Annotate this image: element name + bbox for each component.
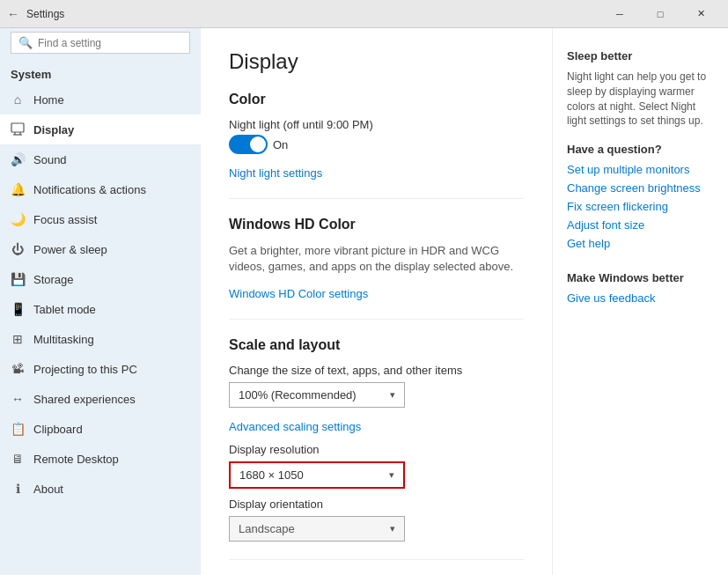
color-section-title: Color <box>229 92 524 107</box>
sidebar-item-display-label: Display <box>33 123 74 136</box>
night-light-row: Night light (off until 9:00 PM) <box>229 118 524 131</box>
sidebar-item-focus[interactable]: 🌙 Focus assist <box>0 204 201 234</box>
sidebar-item-storage[interactable]: 💾 Storage <box>0 264 201 294</box>
resolution-value: 1680 × 1050 <box>239 468 304 482</box>
sidebar-item-remote[interactable]: 🖥 Remote Desktop <box>0 444 201 474</box>
back-button[interactable]: ← <box>7 7 19 21</box>
svg-rect-0 <box>11 123 24 132</box>
sidebar-item-storage-label: Storage <box>33 273 74 286</box>
sidebar-item-notifications-label: Notifications & actions <box>33 183 146 196</box>
sidebar-item-shared-label: Shared experiences <box>33 393 136 406</box>
display-icon <box>11 122 25 136</box>
sidebar-item-projecting-label: Projecting to this PC <box>33 363 137 376</box>
tablet-icon: 📱 <box>11 302 25 316</box>
sidebar-item-home-label: Home <box>33 93 64 107</box>
content-wrapper: Display Color Night light (off until 9:0… <box>201 28 728 575</box>
sidebar-item-display[interactable]: Display <box>0 114 201 144</box>
close-button[interactable]: ✕ <box>680 0 721 28</box>
sidebar-item-about-label: About <box>33 483 63 496</box>
power-icon: ⏻ <box>11 242 25 256</box>
scale-label: Change the size of text, apps, and other… <box>229 364 524 377</box>
link-fix-flickering[interactable]: Fix screen flickering <box>567 200 714 213</box>
main-content: Display Color Night light (off until 9:0… <box>201 28 552 575</box>
search-input[interactable] <box>38 37 182 49</box>
resolution-dropdown-arrow: ▾ <box>389 469 394 481</box>
divider-1 <box>229 198 524 199</box>
sound-icon: 🔊 <box>11 152 25 166</box>
projecting-icon: 📽 <box>11 362 25 376</box>
scale-value: 100% (Recommended) <box>239 388 357 402</box>
orientation-dropdown-arrow: ▾ <box>390 523 395 534</box>
titlebar-controls: ─ □ ✕ <box>599 0 721 28</box>
maximize-button[interactable]: □ <box>640 0 680 28</box>
sidebar-item-multitasking[interactable]: ⊞ Multitasking <box>0 324 201 354</box>
titlebar-left: ← Settings <box>7 7 64 21</box>
link-multiple-monitors[interactable]: Set up multiple monitors <box>567 163 714 176</box>
right-panel: Sleep better Night light can help you ge… <box>552 28 728 575</box>
sidebar-item-multitasking-label: Multitasking <box>33 333 94 346</box>
link-screen-brightness[interactable]: Change screen brightness <box>567 181 714 195</box>
hd-color-settings-link[interactable]: Windows HD Color settings <box>229 287 368 300</box>
question-section-title: Have a question? <box>567 143 714 156</box>
hd-color-section-title: Windows HD Color <box>229 217 524 232</box>
link-get-help[interactable]: Get help <box>567 237 714 250</box>
night-light-toggle-container: On <box>229 135 524 154</box>
sidebar: 🔍 System ⌂ Home Display 🔊 S <box>0 28 201 575</box>
sidebar-item-remote-label: Remote Desktop <box>33 453 119 466</box>
sidebar-item-sound-label: Sound <box>33 153 67 166</box>
minimize-button[interactable]: ─ <box>599 0 640 28</box>
titlebar-title: Settings <box>26 8 64 20</box>
notifications-icon: 🔔 <box>11 182 25 196</box>
sleep-section-title: Sleep better <box>567 49 714 63</box>
sidebar-item-power-label: Power & sleep <box>33 243 107 256</box>
shared-icon: ↔ <box>11 392 25 406</box>
sidebar-item-focus-label: Focus assist <box>33 213 97 226</box>
clipboard-icon: 📋 <box>11 422 25 436</box>
focus-icon: 🌙 <box>11 212 25 226</box>
sidebar-item-clipboard[interactable]: 📋 Clipboard <box>0 414 201 444</box>
titlebar: ← Settings ─ □ ✕ <box>0 0 728 28</box>
remote-icon: 🖥 <box>11 452 25 466</box>
resolution-dropdown[interactable]: 1680 × 1050 ▾ <box>229 461 405 489</box>
divider-2 <box>229 319 524 320</box>
sidebar-item-clipboard-label: Clipboard <box>33 423 83 436</box>
night-light-label: Night light (off until 9:00 PM) <box>229 118 373 131</box>
about-icon: ℹ <box>11 482 25 496</box>
scale-dropdown-arrow: ▾ <box>390 389 395 401</box>
search-icon: 🔍 <box>18 36 33 49</box>
feedback-link[interactable]: Give us feedback <box>567 291 714 305</box>
night-light-settings-link[interactable]: Night light settings <box>229 166 322 180</box>
sidebar-section-label: System <box>0 61 201 85</box>
scale-dropdown[interactable]: 100% (Recommended) ▾ <box>229 382 405 408</box>
sidebar-item-notifications[interactable]: 🔔 Notifications & actions <box>0 174 201 204</box>
sidebar-item-shared[interactable]: ↔ Shared experiences <box>0 384 201 414</box>
toggle-knob <box>250 136 266 152</box>
sidebar-item-home[interactable]: ⌂ Home <box>0 85 201 114</box>
sidebar-item-power[interactable]: ⏻ Power & sleep <box>0 234 201 264</box>
home-icon: ⌂ <box>11 92 25 107</box>
storage-icon: 💾 <box>11 272 25 286</box>
sidebar-item-tablet[interactable]: 📱 Tablet mode <box>0 294 201 324</box>
night-light-toggle[interactable] <box>229 135 268 154</box>
feedback-section-title: Make Windows better <box>567 271 714 284</box>
sleep-section-desc: Night light can help you get to sleep by… <box>567 70 714 129</box>
scale-section-title: Scale and layout <box>229 337 524 353</box>
sidebar-item-projecting[interactable]: 📽 Projecting to this PC <box>0 354 201 384</box>
page-title: Display <box>229 49 524 74</box>
sidebar-item-tablet-label: Tablet mode <box>33 303 96 316</box>
app-container: 🔍 System ⌂ Home Display 🔊 S <box>0 28 728 575</box>
link-adjust-font[interactable]: Adjust font size <box>567 218 714 232</box>
orientation-label: Display orientation <box>229 498 524 511</box>
resolution-label: Display resolution <box>229 443 524 456</box>
toggle-on-label: On <box>273 138 288 151</box>
orientation-dropdown[interactable]: Landscape ▾ <box>229 516 405 542</box>
divider-3 <box>229 559 524 560</box>
orientation-value: Landscape <box>239 522 295 535</box>
sidebar-item-about[interactable]: ℹ About <box>0 474 201 504</box>
sidebar-item-sound[interactable]: 🔊 Sound <box>0 144 201 174</box>
multitasking-icon: ⊞ <box>11 332 25 346</box>
sidebar-search-box[interactable]: 🔍 <box>11 32 190 54</box>
hd-color-description: Get a brighter, more vibrant picture in … <box>229 243 524 275</box>
advanced-scaling-link[interactable]: Advanced scaling settings <box>229 420 361 433</box>
